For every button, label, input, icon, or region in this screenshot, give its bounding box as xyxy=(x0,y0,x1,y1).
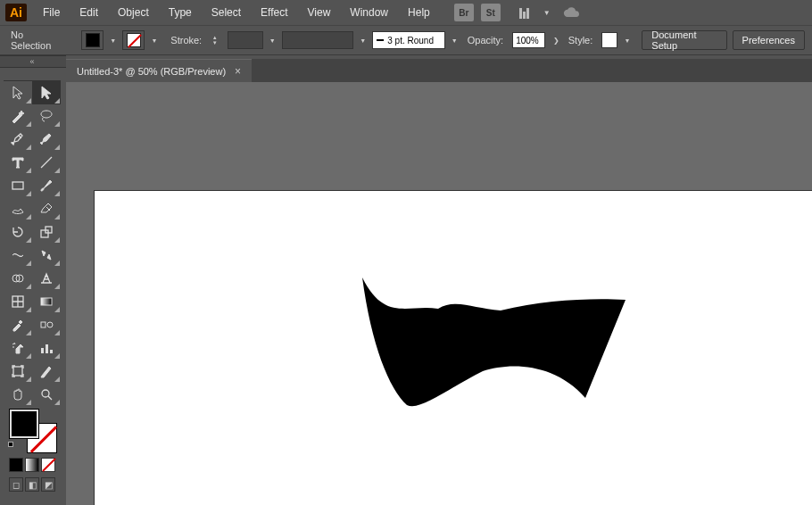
perspective-grid-tool[interactable] xyxy=(32,267,61,290)
color-swatch-area: ◻ ◧ ◩ xyxy=(4,406,61,495)
menubar: Ai File Edit Object Type Select Effect V… xyxy=(0,0,812,25)
arrange-documents-icon[interactable] xyxy=(519,6,535,19)
stroke-weight-dropdown[interactable]: ▼ xyxy=(269,37,277,44)
document-tab-title: Untitled-3* @ 50% (RGB/Preview) xyxy=(77,66,226,77)
color-mode-solid[interactable] xyxy=(9,458,23,472)
mesh-tool[interactable] xyxy=(4,290,32,313)
type-tool[interactable] xyxy=(4,151,32,174)
chevron-down-icon[interactable]: ▼ xyxy=(543,9,551,17)
symbol-sprayer-tool[interactable] xyxy=(4,336,32,360)
svg-rect-6 xyxy=(41,298,52,305)
stock-icon[interactable]: St xyxy=(481,4,501,21)
svg-point-8 xyxy=(47,322,53,327)
gradient-tool[interactable] xyxy=(32,290,61,313)
color-mode-none[interactable] xyxy=(41,458,55,472)
line-segment-tool[interactable] xyxy=(32,151,61,174)
selection-status: No Selection xyxy=(7,28,64,53)
lasso-tool[interactable] xyxy=(32,104,61,128)
variable-width-profile[interactable] xyxy=(282,31,354,49)
document-setup-button[interactable]: Document Setup xyxy=(642,30,726,50)
document-tab-bar: Untitled-3* @ 50% (RGB/Preview) × xyxy=(66,59,812,82)
menu-file[interactable]: File xyxy=(34,3,69,22)
gpu-cloud-icon[interactable] xyxy=(563,6,581,19)
direct-selection-tool[interactable] xyxy=(32,81,61,104)
bridge-icon[interactable]: Br xyxy=(454,4,474,21)
eyedropper-tool[interactable] xyxy=(4,313,32,336)
menu-object[interactable]: Object xyxy=(109,3,158,22)
eraser-tool[interactable] xyxy=(32,197,61,220)
close-icon[interactable]: × xyxy=(235,65,241,78)
menu-select[interactable]: Select xyxy=(203,3,250,22)
column-graph-tool[interactable] xyxy=(32,336,61,360)
draw-behind-icon[interactable]: ◧ xyxy=(25,477,39,492)
brush-dropdown[interactable]: ▼ xyxy=(451,37,459,44)
style-label: Style: xyxy=(565,33,597,47)
color-mode-gradient[interactable] xyxy=(25,458,39,472)
opacity-arrow-icon[interactable]: ❯ xyxy=(553,37,559,45)
panel-collapse-strip[interactable]: « xyxy=(0,55,66,68)
shape-builder-tool[interactable] xyxy=(4,267,32,290)
opacity-label: Opacity: xyxy=(464,33,507,47)
draw-normal-icon[interactable]: ◻ xyxy=(9,477,23,492)
svg-rect-7 xyxy=(41,322,46,327)
stroke-swatch-dropdown[interactable]: ▼ xyxy=(150,37,158,44)
menu-effect[interactable]: Effect xyxy=(252,3,296,22)
pen-tool[interactable] xyxy=(4,128,32,151)
fill-swatch[interactable] xyxy=(81,30,104,50)
brush-definition[interactable]: 3 pt. Round xyxy=(372,31,445,49)
svg-point-10 xyxy=(42,390,49,397)
menu-help[interactable]: Help xyxy=(399,3,439,22)
stroke-weight-field[interactable] xyxy=(228,31,263,49)
graphic-style[interactable] xyxy=(601,32,617,48)
artboard-tool[interactable] xyxy=(4,360,32,383)
menu-window[interactable]: Window xyxy=(341,3,397,22)
shaper-tool[interactable] xyxy=(4,197,32,220)
tool-panel: ◻ ◧ ◩ xyxy=(4,80,61,495)
scale-tool[interactable] xyxy=(32,220,61,244)
brush-name: 3 pt. Round xyxy=(387,36,434,46)
menu-type[interactable]: Type xyxy=(160,3,201,22)
magic-wand-tool[interactable] xyxy=(4,104,32,128)
fill-color-swatch[interactable] xyxy=(10,410,38,438)
blend-tool[interactable] xyxy=(32,313,61,336)
canvas-area[interactable] xyxy=(66,82,812,505)
style-dropdown[interactable]: ▼ xyxy=(623,37,631,44)
curvature-tool[interactable] xyxy=(32,128,61,151)
hand-tool[interactable] xyxy=(4,383,32,406)
opacity-field[interactable]: 100% xyxy=(512,32,545,48)
stroke-label: Stroke: xyxy=(167,33,205,47)
swap-fill-stroke-icon[interactable] xyxy=(8,442,19,452)
variable-width-dropdown[interactable]: ▼ xyxy=(359,37,367,44)
selection-tool[interactable] xyxy=(4,81,32,104)
stroke-swatch[interactable] xyxy=(122,30,145,50)
artboard xyxy=(95,191,812,505)
free-transform-tool[interactable] xyxy=(32,244,61,267)
rotate-tool[interactable] xyxy=(4,220,32,244)
brush-preview-icon xyxy=(377,39,384,41)
options-bar: No Selection ▼ ▼ Stroke: ▲▼ ▼ ▼ 3 pt. Ro… xyxy=(0,25,812,55)
svg-rect-0 xyxy=(12,182,23,189)
preferences-button[interactable]: Preferences xyxy=(733,30,805,50)
app-logo: Ai xyxy=(5,4,27,21)
document-tab[interactable]: Untitled-3* @ 50% (RGB/Preview) × xyxy=(66,59,252,82)
svg-rect-9 xyxy=(13,367,22,376)
svg-rect-1 xyxy=(41,230,48,237)
paintbrush-tool[interactable] xyxy=(32,174,61,197)
menu-edit[interactable]: Edit xyxy=(70,3,107,22)
width-tool[interactable] xyxy=(4,244,32,267)
menu-view[interactable]: View xyxy=(299,3,340,22)
rectangle-tool[interactable] xyxy=(4,174,32,197)
draw-inside-icon[interactable]: ◩ xyxy=(41,477,55,492)
stroke-weight-stepper[interactable]: ▲▼ xyxy=(211,35,219,46)
vector-shape[interactable] xyxy=(358,273,643,425)
zoom-tool[interactable] xyxy=(32,383,61,406)
fill-dropdown[interactable]: ▼ xyxy=(109,37,117,44)
slice-tool[interactable] xyxy=(32,360,61,383)
